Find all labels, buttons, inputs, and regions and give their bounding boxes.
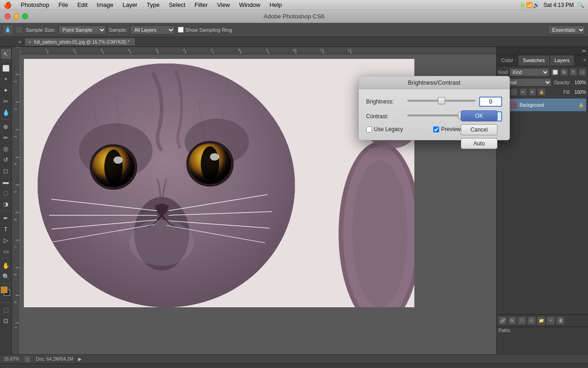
svg-text:8: 8 [14,274,17,276]
show-sampling-label[interactable]: Show Sampling Ring [178,27,232,33]
sample-select[interactable]: All Layers Current Layer [130,25,175,34]
tab-layers[interactable]: Layers [550,55,575,66]
add-style-btn[interactable]: fx [508,316,516,325]
dodge-tool[interactable]: ◑ [1,199,11,209]
auto-button[interactable]: Auto [461,138,498,149]
kind-filter-icon-3[interactable]: T [570,69,577,76]
status-arrow[interactable]: ▶ [78,356,82,362]
pen-tool[interactable]: ✒ [1,213,11,223]
use-legacy-checkbox[interactable] [366,126,372,132]
panel-collapse-btn[interactable]: ≫ [582,48,586,53]
dialog-buttons: OK Cancel Auto [461,110,498,149]
lock-all-icon[interactable]: 🔒 [538,88,545,96]
preview-label[interactable]: Preview [433,126,461,132]
crop-tool[interactable]: ✂ [1,96,11,106]
kind-filter-icon-4[interactable]: ◇ [579,69,586,76]
new-layer-btn[interactable]: + [547,316,555,325]
type-tool[interactable]: T [1,224,11,234]
kind-row: Kind Kind ⬜ fx T ◇ [498,68,586,76]
eyedropper-tool-options[interactable]: 💧 [3,25,13,35]
brightness-contrast-dialog[interactable]: Brightness/Contrast Brightness: C [358,76,510,140]
show-sampling-checkbox[interactable] [178,27,184,33]
gradient-tool[interactable]: ▬ [1,177,11,187]
kind-filter-icon-2[interactable]: fx [560,69,568,76]
brightness-label: Brightness: [366,98,407,105]
kind-filter-icon-1[interactable]: ⬜ [551,69,559,76]
tab-close-icon[interactable]: × [28,39,31,45]
quick-select-tool[interactable]: ✦ [1,85,11,95]
eyedropper-tool[interactable]: 💧 [1,107,11,117]
lock-position-icon[interactable]: ✛ [529,88,536,96]
blur-tool[interactable]: ◌ [1,188,11,198]
status-extra-btn[interactable]: ◻ [24,356,31,363]
brightness-slider[interactable] [407,100,475,102]
add-mask-btn[interactable]: □ [518,316,526,325]
screen-mode-tool[interactable]: ⊡ [1,316,11,326]
menu-view[interactable]: View [213,0,233,9]
tool-preset-picker[interactable] [16,26,23,34]
healing-tool[interactable]: ⊕ [1,121,11,132]
status-bar: 16.67% ◻ Doc: 64.2M/64.2M ▶ [0,354,588,363]
svg-text:7: 7 [211,48,213,52]
tab-swatches[interactable]: Swatches [518,55,550,66]
menu-type[interactable]: Type [143,0,163,9]
preview-checkbox[interactable] [433,126,439,132]
lock-transparent-icon[interactable]: ⬚ [510,88,518,96]
brush-tool[interactable]: ✏ [1,132,11,143]
layer-item-background[interactable]: 👁 Background 🔒 [498,98,586,111]
lasso-tool[interactable]: ⌖ [1,74,11,84]
close-button[interactable] [5,13,11,19]
menu-bar: 🍎 Photoshop File Edit Image Layer Type S… [0,0,588,10]
ruler-left: 1 2 3 4 5 6 7 8 9 [12,47,19,354]
ruler-left-svg: 1 2 3 4 5 6 7 8 9 [12,47,19,354]
tab-color[interactable]: Color [497,55,518,66]
panel-toggle[interactable]: » [18,39,22,45]
panel-menu-btn[interactable]: ≡ [582,55,588,66]
menu-image[interactable]: Image [93,0,117,9]
path-select-tool[interactable]: ▷ [1,235,11,245]
app-title: Adobe Photoshop CS6 [264,13,324,20]
spotlight-icon[interactable]: 🔍 [577,2,584,8]
new-adjustment-btn[interactable]: ⊙ [527,316,536,325]
sample-size-select[interactable]: Point Sample 3 by 3 Average 5 by 5 Avera… [58,25,106,34]
eraser-tool[interactable]: ◻ [1,166,11,176]
menu-layer[interactable]: Layer [119,0,141,9]
new-group-btn[interactable]: 📁 [537,316,545,325]
move-tool[interactable]: ↖ [1,49,11,59]
brightness-input[interactable] [479,97,502,107]
document-tab[interactable]: × full_pattern_photo-01.jpg @ 16.7% (CMY… [24,38,136,46]
history-brush-tool[interactable]: ↺ [1,155,11,165]
maximize-button[interactable] [22,13,28,19]
link-layers-btn[interactable]: 🔗 [498,316,507,325]
marquee-tool[interactable]: ⬜ [1,63,11,73]
brightness-thumb[interactable] [438,97,445,104]
svg-point-63 [113,156,123,164]
svg-text:1: 1 [14,80,17,82]
clone-stamp-tool[interactable]: ◎ [1,144,11,154]
svg-text:1: 1 [14,327,17,328]
menu-edit[interactable]: Edit [74,0,91,9]
minimize-button[interactable] [13,13,19,19]
hand-tool[interactable]: ✋ [1,260,11,270]
menu-help[interactable]: Help [266,0,286,9]
foreground-color-swatch[interactable] [1,287,7,293]
kind-select[interactable]: Kind [509,68,549,76]
apple-menu[interactable]: 🍎 [4,1,11,9]
menu-select[interactable]: Select [165,0,189,9]
lock-brush-icon[interactable]: ✏ [520,88,527,96]
ruler-top-ticks: 1 2 3 4 5 6 7 8 [19,47,496,54]
svg-text:2: 2 [73,48,75,52]
use-legacy-label[interactable]: Use Legacy [366,126,403,132]
menu-filter[interactable]: Filter [191,0,212,9]
cancel-button[interactable]: Cancel [461,124,498,135]
shape-tool[interactable]: ▭ [1,246,11,256]
ok-button[interactable]: OK [461,110,498,121]
workspace-select[interactable]: Essentials [548,25,585,34]
quick-mask-tool[interactable]: ⬚ [1,305,11,315]
menu-window[interactable]: Window [235,0,264,9]
zoom-tool[interactable]: 🔍 [1,271,11,282]
delete-layer-btn[interactable]: 🗑 [556,316,565,325]
menu-photoshop[interactable]: Photoshop [17,0,53,9]
menu-file[interactable]: File [55,0,72,9]
window-controls [5,13,28,19]
